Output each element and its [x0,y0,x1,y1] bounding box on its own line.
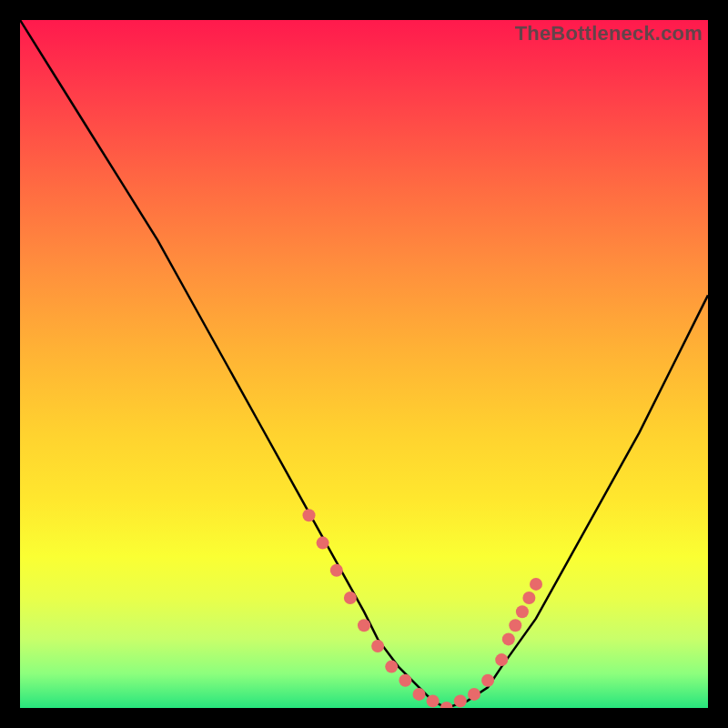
marker-dot [385,661,398,673]
marker-dot [344,592,357,604]
marker-dot [495,653,508,666]
marker-dot [468,688,480,701]
marker-dot [530,578,542,591]
marker-dot [427,694,440,707]
marker-dot [358,619,370,632]
marker-dot [303,509,316,521]
marker-dot [371,640,384,652]
marker-dot [502,632,515,645]
marker-dot [317,537,329,550]
chart-frame: TheBottleneck.com [0,0,728,728]
plot-area: TheBottleneck.com [20,20,708,708]
marker-dot [440,702,453,708]
marker-dot [399,674,411,687]
marker-dot [454,694,467,707]
marker-dot [413,688,426,701]
curve-line [20,20,708,708]
marker-dot [522,592,535,604]
marker-dot [481,674,494,687]
marker-dot [509,619,521,632]
chart-svg [20,20,708,708]
marker-dot [330,564,343,577]
marker-dot [516,605,529,618]
